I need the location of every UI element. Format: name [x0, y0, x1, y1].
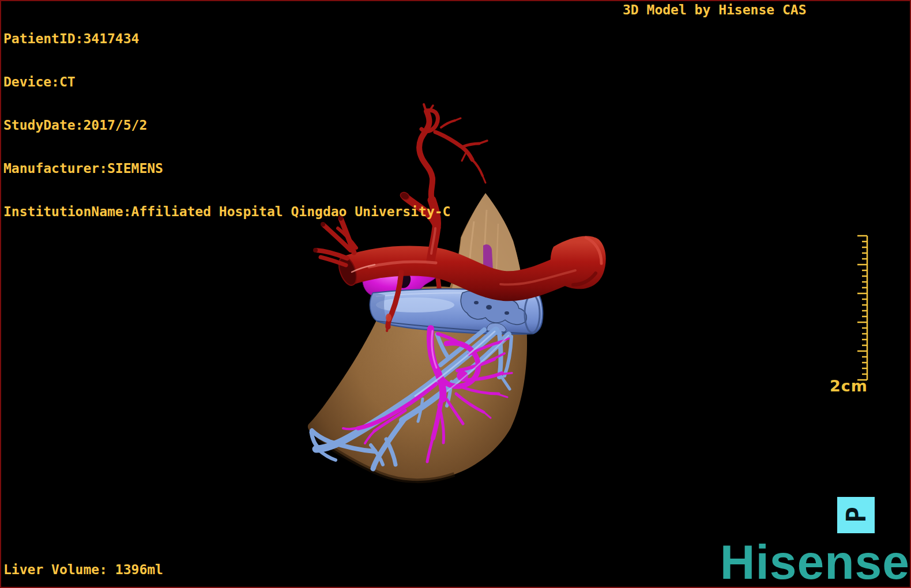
device-text: Device:CT: [3, 75, 450, 89]
hisense-logo: Hisense: [720, 538, 910, 586]
orientation-marker-posterior: P: [837, 497, 875, 533]
liver-volume-text: Liver Volume: 1396ml: [3, 563, 163, 577]
study-date-text: StudyDate:2017/5/2: [3, 118, 450, 133]
manufacturer-text: Manufacturer:SIEMENS: [3, 161, 450, 176]
viewer-title: 3D Model by Hisense CAS: [623, 3, 807, 17]
patient-id-text: PatientID:3417434: [3, 32, 450, 46]
scale-ruler: [849, 232, 872, 384]
scale-label: 2cm: [829, 377, 868, 395]
dicom-info-block: PatientID:3417434 Device:CT StudyDate:20…: [3, 3, 450, 248]
institution-name-text: InstitutionName:Affiliated Hospital Qing…: [3, 205, 450, 219]
medical-3d-viewer-window: PatientID:3417434 Device:CT StudyDate:20…: [0, 0, 911, 588]
ruler-ticks: [849, 232, 872, 384]
orientation-letter: P: [840, 507, 871, 523]
